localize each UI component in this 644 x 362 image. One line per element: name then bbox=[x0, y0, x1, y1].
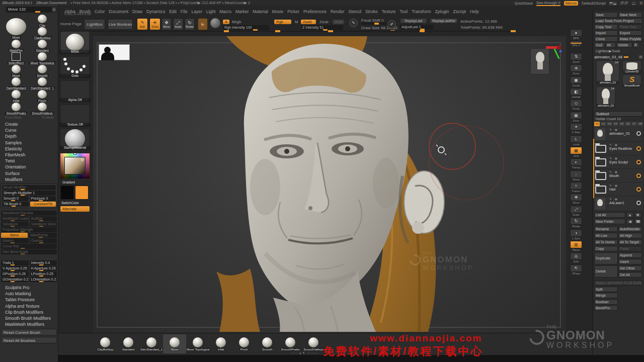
menu-item[interactable]: Transform bbox=[412, 9, 431, 14]
aperture-slider[interactable]: LOrientation 0.2 bbox=[30, 277, 57, 282]
subtool-op-button[interactable]: BevelPro bbox=[594, 305, 618, 311]
gradient-label[interactable]: Gradient bbox=[59, 180, 91, 185]
subtool-action-button[interactable]: Paste bbox=[618, 246, 642, 251]
color-picker[interactable] bbox=[60, 153, 90, 178]
document-canvas[interactable]: THE GNOMON WORKSHOP bbox=[93, 36, 566, 333]
subtool-action-button[interactable]: Duplicate bbox=[594, 252, 618, 264]
palette-section-item[interactable]: Orientation bbox=[5, 164, 58, 170]
shelf-toggle-button[interactable]: ◑ L.Sym bbox=[568, 229, 585, 241]
tool-button[interactable]: Lightbox▶Tools bbox=[594, 48, 642, 54]
subpalette-item[interactable]: MaskMesh Modifiers bbox=[5, 321, 58, 327]
palette-section-item[interactable]: Depth bbox=[5, 133, 58, 139]
replay-pen-icon[interactable]: ✐ bbox=[387, 20, 396, 29]
subtool-action-button[interactable]: Delete bbox=[594, 265, 618, 278]
brush-thumbnail[interactable]: ClayBuildup bbox=[30, 27, 55, 39]
menu-item[interactable]: Help bbox=[470, 9, 478, 14]
modifier-slider[interactable]: Brush Modifier bbox=[2, 185, 56, 190]
current-tool-sphere[interactable] bbox=[210, 18, 220, 28]
zsub-button[interactable]: Zsub bbox=[319, 20, 329, 24]
menu-item[interactable]: Movie bbox=[272, 9, 284, 14]
aperture-slider[interactable]: LPosition 0.25 bbox=[30, 272, 57, 277]
shelf-toggle-button[interactable]: SPix 3 bbox=[568, 41, 585, 52]
tray-brush[interactable]: SmoothPeaks bbox=[279, 334, 302, 353]
home-page-button[interactable]: Home Page bbox=[60, 22, 82, 26]
reset-brush-button[interactable]: Reset All Brushes bbox=[1, 337, 57, 343]
menu-item[interactable]: Preferences bbox=[303, 9, 327, 14]
tool-button[interactable]: GoZ bbox=[594, 42, 605, 48]
modifier-slider[interactable]: ConstantTilt bbox=[30, 202, 56, 207]
quicksave-button[interactable]: QuickSave bbox=[515, 1, 533, 6]
menu-item[interactable]: Picker bbox=[287, 9, 299, 14]
from-mesh-label[interactable]: From Mesh bbox=[5, 116, 22, 119]
zcut-button[interactable]: Zcut bbox=[333, 20, 344, 24]
aperture-slider[interactable]: V Aperture 0.25 bbox=[1, 266, 29, 271]
tray-brush[interactable]: Move Topologica bbox=[186, 334, 209, 353]
zadd-button[interactable]: Zadd bbox=[301, 20, 316, 24]
tool-button[interactable]: Load Tools From Project bbox=[594, 18, 642, 24]
menu-item[interactable]: Document bbox=[109, 9, 128, 14]
scale-mode-button[interactable]: ⤢ Scale bbox=[173, 18, 183, 30]
tool-button[interactable]: Make PolyMesh3D bbox=[618, 36, 642, 42]
menu-item[interactable]: Light bbox=[206, 9, 215, 14]
subtool-mini-icons[interactable]: ✎ ◉ bbox=[609, 156, 618, 160]
menu-item[interactable]: Draw bbox=[132, 9, 142, 14]
subtool-item[interactable]: ✎ ◉ A4Laser1 bbox=[594, 196, 643, 211]
shelf-toggle-button[interactable]: ▣ Actual bbox=[568, 76, 585, 88]
subpalette-item[interactable]: Auto Masking bbox=[5, 291, 58, 297]
menu-item[interactable]: Material bbox=[253, 9, 268, 14]
subtool-item[interactable]: ✎ ◉ Eyes Sculpt bbox=[594, 155, 643, 169]
shelf-toggle-button[interactable]: ↻ Rotate bbox=[568, 217, 585, 229]
tool-button[interactable]: Copy Tool bbox=[594, 24, 618, 30]
move-up-icon[interactable]: ▲ bbox=[626, 212, 633, 218]
brush-thumbnail[interactable]: Pinch bbox=[30, 90, 55, 102]
tool-button[interactable]: Visible bbox=[616, 42, 632, 48]
tool-thumb-cylinder3d[interactable]: Cylinder3D bbox=[622, 60, 641, 73]
subpalette-item[interactable]: Tablet Pressure bbox=[5, 297, 58, 303]
subtool-item[interactable]: ✎ ◉ Eyes Realtime bbox=[594, 142, 643, 155]
menu-item[interactable]: File bbox=[181, 9, 188, 14]
menu-item[interactable]: Layer bbox=[192, 9, 202, 14]
visibility-eye-icon[interactable] bbox=[636, 131, 641, 136]
menus-toggle[interactable]: Menus bbox=[564, 1, 579, 6]
shelf-toggle-button[interactable]: ⇱ XPose bbox=[568, 264, 585, 276]
visibility-eye-icon[interactable] bbox=[636, 160, 641, 164]
subtool-tab[interactable]: V1 bbox=[594, 122, 600, 126]
pick-subtool-icon[interactable]: ☎ bbox=[634, 219, 641, 224]
brush-thumbnail[interactable]: Inflat bbox=[3, 90, 29, 102]
z-intensity-slider[interactable]: Z Intensity 51 bbox=[301, 25, 343, 30]
subtool-tab[interactable]: V8 bbox=[637, 122, 643, 126]
subtool-op-button[interactable]: Boolean bbox=[594, 299, 618, 305]
secondary-color-swatch[interactable] bbox=[75, 186, 89, 200]
subtool-action-button[interactable]: Rename bbox=[594, 226, 618, 232]
shelf-toggle-button[interactable]: ◧ AAHalf bbox=[568, 88, 585, 100]
adjust-last-slider[interactable]: AdjustLast 1 bbox=[400, 25, 433, 30]
shelf-toggle-button[interactable]: ● BPR bbox=[568, 29, 585, 41]
subtool-tab[interactable]: V4 bbox=[613, 122, 618, 126]
subtool-mini-icons[interactable]: ✎ ◉ bbox=[609, 128, 618, 131]
subtool-tab[interactable]: V5 bbox=[619, 122, 624, 126]
shelf-toggle-button[interactable]: ▥ Ramp bbox=[568, 241, 585, 252]
brush-thumbnail[interactable]: DamStandard bbox=[3, 77, 29, 89]
subtool-action-button[interactable]: All To Target bbox=[618, 239, 642, 245]
config-icon[interactable]: ⚙ bbox=[639, 1, 643, 6]
tool-button[interactable]: All bbox=[605, 42, 616, 48]
aperture-slider[interactable]: Trails 1 bbox=[1, 260, 29, 265]
palette-section-item[interactable]: Modifiers bbox=[5, 176, 58, 183]
tray-brush[interactable]: Standard bbox=[117, 334, 140, 353]
subtool-action-button[interactable]: AutoReorder bbox=[618, 226, 642, 232]
m-button[interactable]: M bbox=[295, 20, 298, 24]
palette-section-item[interactable]: Samples bbox=[5, 140, 58, 146]
brush-thumbnail[interactable]: SelectRect bbox=[3, 52, 29, 64]
new-folder-button[interactable]: New Folder bbox=[594, 219, 625, 224]
subtool-header[interactable]: Subtool bbox=[594, 111, 643, 117]
tray-scroll-control[interactable]: ––– ▲▼ ––––– bbox=[291, 351, 318, 354]
aperture-slider[interactable]: Intensity 0.4 bbox=[30, 260, 57, 265]
default-zscript-button[interactable]: DefaultZScript bbox=[582, 1, 606, 6]
rotate-mode-button[interactable]: ↻ Rotate bbox=[185, 18, 195, 30]
rgb-button[interactable]: Rgb bbox=[274, 20, 291, 24]
subtool-tab[interactable]: V7 bbox=[631, 122, 637, 126]
visibility-eye-icon[interactable] bbox=[636, 187, 641, 192]
tool-button[interactable]: Save bbox=[594, 12, 618, 18]
brush-thumbnail[interactable]: Standard bbox=[30, 40, 55, 52]
menu-item[interactable]: Zplugin bbox=[435, 9, 449, 14]
